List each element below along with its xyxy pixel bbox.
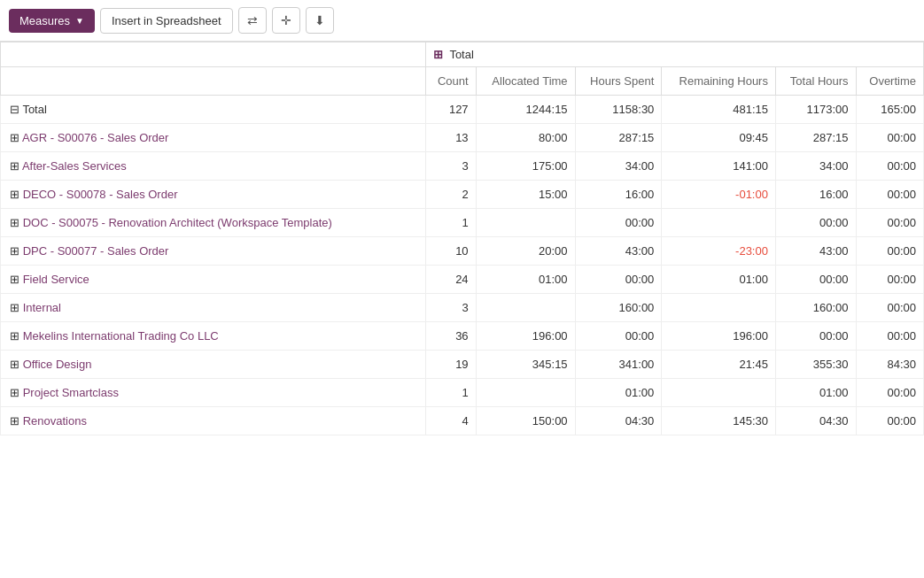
row-hours-spent: 00:00: [575, 322, 662, 351]
row-label[interactable]: ⊞ Mekelins International Trading Co LLC: [1, 322, 426, 351]
row-label-text: DECO - S00078 - Sales Order: [23, 188, 178, 201]
expand-row-icon[interactable]: ⊞: [10, 188, 19, 201]
row-remaining: 196:00: [662, 322, 776, 351]
row-label[interactable]: ⊞ Office Design: [1, 351, 426, 379]
row-overtime: 00:00: [856, 209, 923, 237]
expand-row-icon[interactable]: ⊞: [10, 301, 19, 314]
row-allocated: 196:00: [476, 322, 575, 351]
row-label-text: AGR - S00076 - Sales Order: [22, 131, 168, 144]
table-row: ⊞ Renovations 4 150:00 04:30 145:30 04:3…: [1, 407, 924, 435]
table-row: ⊞ Field Service 24 01:00 00:00 01:00 00:…: [1, 266, 924, 294]
row-label-text: Renovations: [23, 414, 87, 428]
table-row: ⊞ AGR - S00076 - Sales Order 13 80:00 28…: [1, 124, 924, 152]
row-total-hours: 43:00: [775, 237, 856, 266]
row-label[interactable]: ⊞ After-Sales Services: [1, 152, 426, 181]
swap-button[interactable]: ⇄: [238, 7, 267, 34]
measures-button[interactable]: Measures ▼: [9, 9, 95, 33]
col-header-name: [1, 67, 426, 96]
row-overtime: 00:00: [856, 379, 923, 407]
row-allocated: 80:00: [476, 124, 575, 152]
row-remaining: -23:00: [662, 237, 776, 266]
row-label[interactable]: ⊞ DPC - S00077 - Sales Order: [1, 237, 426, 266]
col-header-allocated: Allocated Time: [476, 67, 575, 96]
row-remaining: -01:00: [662, 181, 776, 209]
col-header-row: Count Allocated Time Hours Spent Remaini…: [1, 67, 924, 96]
row-allocated: [476, 379, 575, 407]
row-label[interactable]: ⊞ DECO - S00078 - Sales Order: [1, 181, 426, 209]
expand-row-icon[interactable]: ⊞: [10, 386, 19, 399]
collapse-icon[interactable]: ⊟: [10, 103, 19, 116]
expand-row-icon[interactable]: ⊞: [10, 216, 19, 229]
total-remaining: 481:15: [662, 96, 776, 124]
row-count: 19: [426, 351, 477, 379]
row-hours-spent: 16:00: [575, 181, 662, 209]
table-container: ⊞ Total Count Allocated Time Hours Spent…: [0, 42, 924, 435]
row-label[interactable]: ⊞ DOC - S00075 - Renovation Architect (W…: [1, 209, 426, 237]
group-header-row: ⊞ Total: [1, 42, 924, 67]
group-header-empty: [1, 42, 426, 67]
expand-total-icon[interactable]: ⊞: [433, 48, 443, 61]
expand-row-icon[interactable]: ⊞: [10, 414, 19, 428]
row-overtime: 00:00: [856, 124, 923, 152]
row-total-hours: 01:00: [775, 379, 856, 407]
row-overtime: 00:00: [856, 152, 923, 181]
total-allocated: 1244:15: [476, 96, 575, 124]
row-label-text: Field Service: [23, 273, 89, 286]
move-button[interactable]: ✛: [272, 7, 300, 34]
expand-row-icon[interactable]: ⊞: [10, 273, 19, 286]
row-allocated: [476, 294, 575, 322]
total-hours-spent: 1158:30: [575, 96, 662, 124]
row-label[interactable]: ⊞ AGR - S00076 - Sales Order: [1, 124, 426, 152]
row-count: 24: [426, 266, 477, 294]
row-label[interactable]: ⊞ Internal: [1, 294, 426, 322]
row-total-hours: 287:15: [775, 124, 856, 152]
measures-label: Measures: [19, 14, 70, 27]
row-total-hours: 355:30: [775, 351, 856, 379]
row-allocated: 175:00: [476, 152, 575, 181]
row-total-hours: 00:00: [775, 209, 856, 237]
row-label-text: Mekelins International Trading Co LLC: [23, 329, 219, 343]
table-row: ⊞ DOC - S00075 - Renovation Architect (W…: [1, 209, 924, 237]
expand-row-icon[interactable]: ⊞: [10, 159, 19, 173]
row-total-hours: 00:00: [775, 266, 856, 294]
col-header-hours-spent: Hours Spent: [575, 67, 662, 96]
insert-label: Insert in Spreadsheet: [112, 14, 221, 27]
download-button[interactable]: ⬇: [306, 7, 334, 34]
expand-row-icon[interactable]: ⊞: [10, 329, 19, 343]
expand-row-icon[interactable]: ⊞: [10, 131, 19, 144]
row-label[interactable]: ⊞ Project Smartclass: [1, 379, 426, 407]
row-overtime: 00:00: [856, 322, 923, 351]
table-row: ⊞ DECO - S00078 - Sales Order 2 15:00 16…: [1, 181, 924, 209]
total-row-label[interactable]: ⊟ Total: [1, 96, 426, 124]
total-count: 127: [426, 96, 477, 124]
total-total-hours: 1173:00: [775, 96, 856, 124]
row-count: 10: [426, 237, 477, 266]
group-total-label: Total: [449, 48, 473, 61]
expand-row-icon[interactable]: ⊞: [10, 358, 19, 371]
row-label[interactable]: ⊞ Field Service: [1, 266, 426, 294]
move-icon: ✛: [281, 13, 291, 27]
row-overtime: 00:00: [856, 407, 923, 435]
table-row: ⊞ Mekelins International Trading Co LLC …: [1, 322, 924, 351]
row-remaining: 01:00: [662, 266, 776, 294]
row-label[interactable]: ⊞ Renovations: [1, 407, 426, 435]
row-overtime: 00:00: [856, 181, 923, 209]
row-label-text: After-Sales Services: [22, 159, 127, 173]
row-hours-spent: 341:00: [575, 351, 662, 379]
row-overtime: 00:00: [856, 294, 923, 322]
table-row: ⊞ Internal 3 160:00 160:00 00:00: [1, 294, 924, 322]
expand-row-icon[interactable]: ⊞: [10, 244, 19, 258]
insert-spreadsheet-button[interactable]: Insert in Spreadsheet: [100, 8, 233, 34]
row-count: 1: [426, 209, 477, 237]
table-row: ⊞ After-Sales Services 3 175:00 34:00 14…: [1, 152, 924, 181]
swap-icon: ⇄: [247, 13, 258, 27]
download-icon: ⬇: [314, 13, 325, 27]
row-hours-spent: 00:00: [575, 209, 662, 237]
row-count: 1: [426, 379, 477, 407]
row-count: 36: [426, 322, 477, 351]
row-label-text: Internal: [23, 301, 61, 314]
row-overtime: 84:30: [856, 351, 923, 379]
row-total-hours: 16:00: [775, 181, 856, 209]
row-hours-spent: 01:00: [575, 379, 662, 407]
col-header-remaining: Remaining Hours: [662, 67, 776, 96]
